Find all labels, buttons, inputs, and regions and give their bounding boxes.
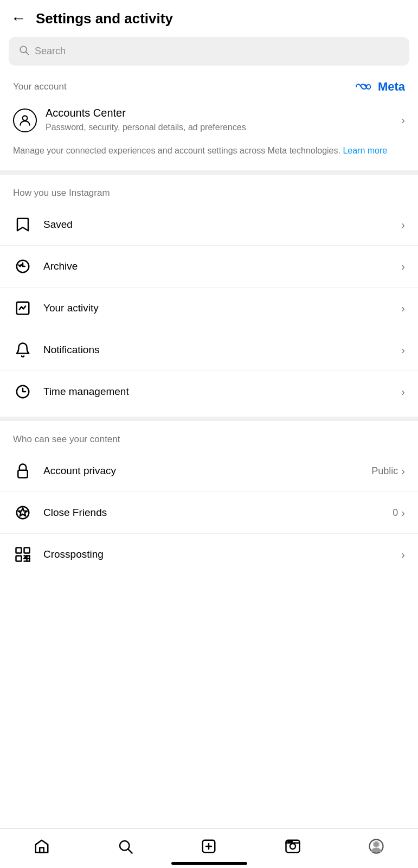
svg-rect-17 (40, 848, 44, 853)
nav-new-post[interactable] (200, 838, 217, 855)
svg-point-2 (23, 116, 28, 120)
reels-icon (284, 838, 301, 855)
saved-label: Saved (43, 219, 73, 231)
meta-row: Your account Meta (13, 80, 405, 94)
archive-icon (13, 257, 33, 276)
search-placeholder: Search (35, 46, 66, 57)
meta-logo: Meta (354, 80, 405, 94)
search-bar[interactable]: Search (9, 37, 409, 66)
search-icon (18, 44, 29, 58)
notifications-icon (13, 340, 33, 360)
crossposting-label: Crossposting (43, 548, 104, 560)
who-can-see-section: Who can see your content Account privacy… (0, 425, 418, 575)
close-friends-item[interactable]: Close Friends 0 › (0, 492, 418, 534)
accounts-center-title: Accounts Center (46, 107, 246, 119)
archive-label: Archive (43, 260, 78, 272)
svg-point-26 (288, 841, 290, 843)
account-privacy-value: Public (371, 465, 398, 477)
close-friends-icon (13, 503, 33, 522)
time-management-item[interactable]: Time management › (0, 371, 418, 412)
svg-point-24 (290, 844, 295, 849)
saved-chevron: › (401, 219, 405, 231)
crossposting-item[interactable]: Crossposting › (0, 534, 418, 575)
divider-2 (0, 417, 418, 421)
home-icon (33, 838, 50, 855)
accounts-center-icon (13, 108, 37, 132)
time-management-chevron: › (401, 386, 405, 398)
account-privacy-item[interactable]: Account privacy Public › (0, 450, 418, 492)
your-activity-icon (13, 298, 33, 318)
divider-1 (0, 170, 418, 175)
time-management-label: Time management (43, 386, 129, 398)
accounts-description: Manage your connected experiences and ac… (13, 144, 405, 157)
page-title: Settings and activity (36, 10, 173, 27)
who-can-see-label: Who can see your content (0, 425, 418, 450)
time-management-icon (13, 382, 33, 401)
nav-profile[interactable] (368, 838, 385, 855)
profile-nav-icon (368, 838, 385, 855)
saved-icon (13, 215, 33, 234)
your-activity-label: Your activity (43, 302, 99, 314)
svg-point-27 (291, 841, 292, 843)
nav-home[interactable] (33, 838, 50, 855)
account-privacy-icon (13, 461, 33, 481)
nav-search[interactable] (117, 838, 134, 855)
nav-reels[interactable] (284, 838, 301, 855)
home-indicator (171, 862, 247, 865)
learn-more-link[interactable]: Learn more (343, 146, 387, 155)
svg-rect-6 (18, 470, 28, 478)
archive-chevron: › (401, 260, 405, 273)
meta-text: Meta (378, 80, 405, 94)
accounts-center-item[interactable]: Accounts Center Password, security, pers… (13, 103, 405, 138)
your-account-label: Your account (13, 81, 67, 92)
accounts-center-subtitle: Password, security, personal details, ad… (46, 122, 246, 133)
your-account-section: Your account Meta Acc (0, 74, 418, 166)
saved-item[interactable]: Saved › (0, 204, 418, 246)
your-activity-item[interactable]: Your activity › (0, 288, 418, 329)
close-friends-value: 0 (393, 507, 398, 519)
header: ← Settings and activity (0, 0, 418, 37)
svg-rect-11 (16, 556, 22, 561)
account-privacy-label: Account privacy (43, 465, 116, 477)
crossposting-chevron: › (401, 548, 405, 561)
svg-marker-8 (18, 508, 27, 516)
accounts-center-left: Accounts Center Password, security, pers… (13, 107, 246, 133)
back-button[interactable]: ← (11, 10, 26, 27)
svg-rect-9 (16, 548, 22, 553)
how-you-use-label: How you use Instagram (0, 179, 418, 204)
accounts-center-chevron: › (401, 114, 405, 126)
how-you-use-section: How you use Instagram Saved › (0, 179, 418, 412)
svg-rect-10 (24, 548, 30, 553)
close-friends-chevron: › (401, 507, 405, 519)
crossposting-icon (13, 545, 33, 564)
archive-item[interactable]: Archive › (0, 246, 418, 288)
account-privacy-chevron: › (401, 465, 405, 477)
svg-point-31 (374, 842, 378, 847)
notifications-item[interactable]: Notifications › (0, 329, 418, 371)
close-friends-label: Close Friends (43, 507, 107, 519)
your-activity-chevron: › (401, 302, 405, 315)
svg-line-1 (26, 52, 29, 55)
search-nav-icon (117, 838, 134, 855)
accounts-center-text: Accounts Center Password, security, pers… (46, 107, 246, 133)
new-post-icon (200, 838, 217, 855)
notifications-label: Notifications (43, 344, 100, 356)
notifications-chevron: › (401, 344, 405, 356)
svg-line-19 (128, 850, 132, 853)
